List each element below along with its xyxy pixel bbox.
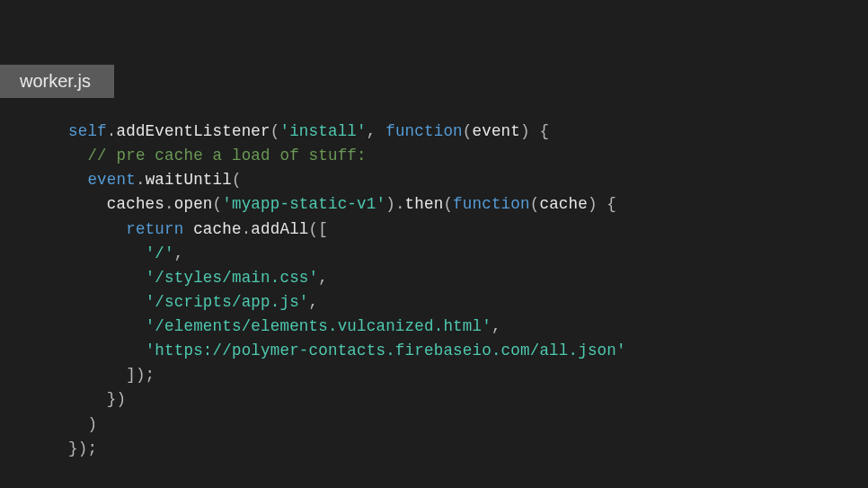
code-line: caches.open('myapp-static-v1').then(func…	[68, 192, 868, 217]
code-token: .	[242, 220, 252, 238]
code-line: )	[68, 413, 868, 437]
code-token: function	[453, 195, 530, 213]
code-token: (	[213, 195, 223, 213]
code-token: waitUntil	[146, 171, 232, 189]
code-token: (	[270, 122, 280, 140]
code-token: .	[395, 195, 405, 213]
code-token: (	[530, 195, 540, 213]
code-token: (	[463, 122, 473, 140]
code-token: })	[107, 390, 126, 408]
code-token: .	[136, 171, 146, 189]
code-token: event	[473, 122, 521, 140]
code-token: addAll	[251, 220, 308, 238]
code-editor[interactable]: self.addEventListener('install', functio…	[0, 98, 868, 461]
code-token: )	[385, 195, 395, 213]
code-token: ([	[309, 220, 328, 238]
code-line: '/elements/elements.vulcanized.html',	[68, 315, 868, 339]
code-token: cache	[193, 220, 242, 238]
code-line: ]);	[68, 363, 868, 387]
tab-filename: worker.js	[20, 71, 91, 91]
code-token: cache	[539, 195, 588, 213]
code-line: });	[68, 437, 868, 461]
code-token: ) {	[588, 195, 616, 213]
code-token: ,	[309, 293, 319, 311]
code-token	[183, 220, 193, 238]
code-line: return cache.addAll([	[68, 217, 868, 242]
code-token: event	[87, 171, 136, 189]
code-token: '/scripts/app.js'	[146, 293, 309, 311]
file-tab[interactable]: worker.js	[0, 65, 114, 98]
code-token: (	[443, 195, 453, 213]
code-token: 'myapp-static-v1'	[222, 195, 385, 213]
code-token: open	[174, 195, 213, 213]
code-token: )	[87, 415, 97, 433]
tab-bar: worker.js	[0, 65, 868, 98]
code-line: })	[68, 387, 868, 412]
code-line: '/styles/main.css',	[68, 266, 868, 290]
code-line: 'https://polymer-contacts.firebaseio.com…	[68, 339, 868, 363]
code-token: then	[405, 195, 444, 213]
code-line: self.addEventListener('install', functio…	[68, 120, 868, 144]
code-line: event.waitUntil(	[68, 168, 868, 192]
code-token: function	[385, 122, 463, 140]
code-token: ,	[367, 122, 385, 140]
code-token: '/'	[146, 244, 174, 262]
code-token: .	[107, 122, 117, 140]
code-token: ) {	[520, 122, 549, 140]
code-token: ]);	[126, 366, 155, 384]
code-token: .	[164, 195, 174, 213]
code-token: ,	[174, 244, 184, 262]
code-line: // pre cache a load of stuff:	[68, 144, 868, 168]
code-token: ,	[318, 269, 328, 287]
code-token: return	[126, 220, 183, 238]
code-token: addEventListener	[117, 122, 270, 140]
code-token: '/elements/elements.vulcanized.html'	[146, 317, 492, 335]
code-token: self	[68, 122, 107, 140]
code-token: caches	[107, 195, 164, 213]
code-token: 'https://polymer-contacts.firebaseio.com…	[146, 342, 626, 359]
code-token: (	[232, 171, 242, 189]
code-token: ,	[492, 317, 501, 335]
code-line: '/',	[68, 242, 868, 266]
code-token: // pre cache a load of stuff:	[87, 146, 366, 164]
code-line: '/scripts/app.js',	[68, 290, 868, 315]
code-token: '/styles/main.css'	[146, 269, 319, 287]
code-token: 'install'	[279, 122, 366, 140]
code-token: });	[68, 439, 97, 457]
